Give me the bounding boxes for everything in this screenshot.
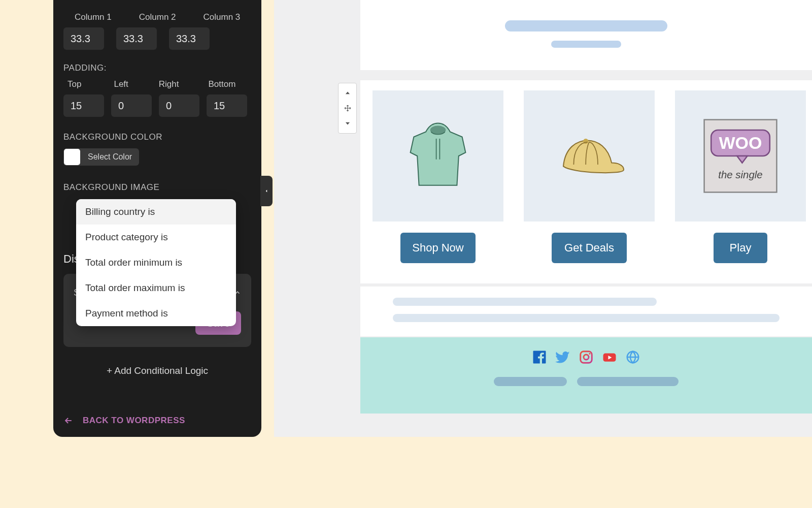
placeholder-subtitle-bar bbox=[551, 41, 621, 48]
placeholder-text-bar bbox=[393, 298, 657, 306]
column-inputs bbox=[63, 27, 251, 50]
padding-labels: Top Left Right Bottom bbox=[67, 79, 251, 89]
pad-left-input[interactable] bbox=[111, 94, 152, 117]
footer-placeholder-bars bbox=[360, 377, 812, 388]
placeholder-title-bar bbox=[505, 20, 667, 31]
preview-header bbox=[360, 0, 812, 70]
select-color-label: Select Color bbox=[81, 152, 139, 162]
youtube-icon[interactable] bbox=[602, 350, 617, 365]
chevron-left-icon bbox=[264, 187, 269, 195]
preview-canvas: Shop Now Get Deals WOOthe single Play bbox=[274, 0, 812, 437]
pad-left-label: Left bbox=[114, 79, 128, 89]
get-deals-button[interactable]: Get Deals bbox=[552, 233, 627, 263]
pad-right-label: Right bbox=[159, 79, 179, 89]
dropdown-item[interactable]: Total order maximum is bbox=[76, 275, 236, 301]
svg-point-7 bbox=[584, 355, 589, 360]
placeholder-footer-bar bbox=[577, 377, 679, 386]
product-cards: Shop Now Get Deals WOOthe single Play bbox=[360, 80, 812, 263]
col2-label: Column 2 bbox=[139, 12, 176, 22]
preview-footer bbox=[360, 337, 812, 414]
pad-bottom-label: Bottom bbox=[208, 79, 235, 89]
block-reorder-control bbox=[338, 83, 357, 134]
back-label: BACK TO WORDPRESS bbox=[83, 416, 185, 426]
bgimage-title: BACKGROUND IMAGE bbox=[63, 182, 251, 193]
facebook-icon[interactable] bbox=[532, 350, 547, 365]
product-thumbnail bbox=[524, 90, 655, 221]
pad-right-input[interactable] bbox=[159, 94, 199, 117]
col1-label: Column 1 bbox=[75, 12, 112, 22]
col2-input[interactable] bbox=[116, 27, 157, 50]
hoodie-illustration bbox=[395, 113, 481, 199]
placeholder-footer-bar bbox=[494, 377, 567, 386]
svg-point-0 bbox=[430, 126, 446, 135]
preview-text-block bbox=[360, 287, 812, 336]
svg-text:WOO: WOO bbox=[719, 133, 762, 152]
product-thumbnail: WOOthe single bbox=[675, 90, 806, 221]
column-labels: Column 1 Column 2 Column 3 bbox=[75, 12, 251, 22]
arrow-up-icon[interactable] bbox=[344, 90, 351, 97]
product-card: Get Deals bbox=[524, 90, 655, 263]
cap-illustration bbox=[546, 113, 632, 199]
col3-input[interactable] bbox=[169, 27, 210, 50]
placeholder-text-bar bbox=[393, 314, 780, 322]
arrow-left-icon bbox=[63, 416, 74, 426]
padding-inputs bbox=[63, 94, 251, 117]
product-card: WOOthe single Play bbox=[675, 90, 806, 263]
product-card: Shop Now bbox=[373, 90, 503, 263]
back-to-wordpress-link[interactable]: BACK TO WORDPRESS bbox=[63, 416, 185, 426]
select-color-button[interactable]: Select Color bbox=[63, 148, 139, 166]
arrow-down-icon[interactable] bbox=[344, 119, 351, 126]
color-swatch bbox=[64, 149, 80, 165]
product-thumbnail bbox=[373, 90, 503, 221]
twitter-icon[interactable] bbox=[555, 350, 570, 365]
svg-text:the single: the single bbox=[718, 169, 762, 180]
logic-dropdown-menu: Billing country is Product category is T… bbox=[76, 199, 236, 326]
play-button[interactable]: Play bbox=[714, 233, 767, 263]
col1-input[interactable] bbox=[63, 27, 104, 50]
dropdown-item[interactable]: Billing country is bbox=[76, 199, 236, 225]
social-icons bbox=[360, 350, 812, 365]
svg-point-8 bbox=[589, 353, 590, 355]
col3-label: Column 3 bbox=[204, 12, 241, 22]
woo-single-illustration: WOOthe single bbox=[697, 113, 784, 199]
pad-top-label: Top bbox=[67, 79, 81, 89]
bgcolor-title: BACKGROUND COLOR bbox=[63, 132, 251, 142]
product-gallery[interactable]: Shop Now Get Deals WOOthe single Play bbox=[360, 80, 812, 283]
dropdown-item[interactable]: Product category is bbox=[76, 225, 236, 250]
dropdown-item[interactable]: Total order minimum is bbox=[76, 250, 236, 275]
add-conditional-logic-button[interactable]: + Add Conditional Logic bbox=[63, 365, 251, 376]
pad-bottom-input[interactable] bbox=[207, 94, 247, 117]
move-icon[interactable] bbox=[344, 105, 351, 112]
globe-icon[interactable] bbox=[625, 350, 640, 365]
sidebar-collapse-toggle[interactable] bbox=[260, 176, 273, 206]
pad-top-input[interactable] bbox=[63, 94, 104, 117]
padding-title: PADDING: bbox=[63, 63, 251, 73]
dropdown-item[interactable]: Payment method is bbox=[76, 301, 236, 326]
shop-now-button[interactable]: Shop Now bbox=[400, 233, 476, 263]
instagram-icon[interactable] bbox=[579, 350, 594, 365]
